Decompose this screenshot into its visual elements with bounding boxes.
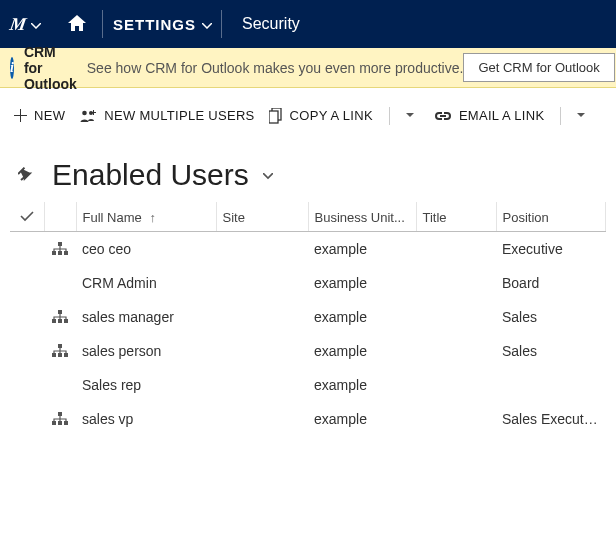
title-column-header[interactable]: Title [416,202,496,232]
chevron-down-icon [31,16,41,32]
row-checkbox-cell[interactable] [10,334,44,368]
get-crm-outlook-button[interactable]: Get CRM for Outlook [463,53,614,82]
row-hierarchy-cell[interactable] [44,334,76,368]
site-cell [216,334,308,368]
table-row[interactable]: sales vp example Sales Executives [10,402,606,436]
svg-rect-9 [58,310,62,314]
users-grid: Full Name ↑ Site Business Unit... Title … [0,202,616,436]
svg-rect-13 [58,344,62,348]
full-name-cell[interactable]: CRM Admin [76,266,216,300]
table-row[interactable]: sales person example Sales [10,334,606,368]
table-row[interactable]: ceo ceo example Executive [10,232,606,267]
svg-rect-20 [64,421,68,425]
position-cell: Board [496,266,606,300]
hierarchy-icon [50,310,70,324]
title-cell [416,232,496,267]
email-link-dropdown[interactable] [577,113,585,118]
business-unit-cell: example [308,334,416,368]
position-column-header[interactable]: Position [496,202,606,232]
full-name-cell[interactable]: Sales rep [76,368,216,402]
email-link-label: EMAIL A LINK [459,108,545,123]
home-icon [67,14,87,35]
full-name-cell[interactable]: ceo ceo [76,232,216,267]
table-row[interactable]: CRM Admin example Board [10,266,606,300]
full-name-column-header[interactable]: Full Name ↑ [76,202,216,232]
info-icon: i [10,57,14,79]
site-column-header[interactable]: Site [216,202,308,232]
site-header-label: Site [223,210,245,225]
full-name-cell[interactable]: sales manager [76,300,216,334]
table-row[interactable]: Sales rep example [10,368,606,402]
svg-point-0 [82,110,87,115]
site-cell [216,300,308,334]
svg-rect-15 [58,353,62,357]
nav-breadcrumb-label: Security [242,15,300,33]
site-cell [216,232,308,267]
svg-rect-18 [52,421,56,425]
copy-link-label: COPY A LINK [290,108,373,123]
table-row[interactable]: sales manager example Sales [10,300,606,334]
svg-rect-3 [269,111,278,123]
row-hierarchy-cell[interactable] [44,300,76,334]
row-hierarchy-cell[interactable] [44,368,76,402]
nav-logo-segment[interactable]: M [0,0,51,48]
svg-rect-19 [58,421,62,425]
svg-rect-5 [58,242,62,246]
full-name-cell[interactable]: sales vp [76,402,216,436]
top-navbar: M SETTINGS Security [0,0,616,48]
email-a-link-button[interactable]: EMAIL A LINK [434,108,545,123]
new-button[interactable]: NEW [14,108,65,123]
position-header-label: Position [503,210,549,225]
view-dropdown[interactable] [263,167,273,183]
outlook-info-bar: i CRM for Outlook See how CRM for Outloo… [0,48,616,88]
row-checkbox-cell[interactable] [10,368,44,402]
row-checkbox-cell[interactable] [10,266,44,300]
info-bar-title: CRM for Outlook [24,44,77,92]
svg-rect-17 [58,412,62,416]
info-bar-text: See how CRM for Outlook makes you even m… [87,60,464,76]
copy-a-link-button[interactable]: COPY A LINK [269,108,373,124]
new-multiple-label: NEW MULTIPLE USERS [104,108,254,123]
command-separator [560,107,561,125]
nav-breadcrumb-segment[interactable]: Security [222,0,310,48]
new-multiple-users-button[interactable]: NEW MULTIPLE USERS [79,108,254,123]
svg-rect-7 [58,251,62,255]
command-separator [389,107,390,125]
site-cell [216,402,308,436]
business-unit-cell: example [308,402,416,436]
title-cell [416,402,496,436]
row-checkbox-cell[interactable] [10,232,44,267]
pin-icon[interactable] [18,164,38,187]
business-unit-cell: example [308,266,416,300]
row-checkbox-cell[interactable] [10,402,44,436]
svg-rect-16 [64,353,68,357]
sort-ascending-icon: ↑ [149,210,156,225]
caret-down-icon [406,113,414,118]
copy-link-dropdown[interactable] [406,113,414,118]
column-header-row: Full Name ↑ Site Business Unit... Title … [10,202,606,232]
link-icon [434,111,452,121]
hierarchy-icon [50,242,70,256]
position-cell: Sales [496,334,606,368]
command-bar: NEW NEW MULTIPLE USERS COPY A LINK [0,88,616,144]
svg-rect-8 [64,251,68,255]
full-name-cell[interactable]: sales person [76,334,216,368]
position-cell: Sales Executives [496,402,606,436]
business-unit-column-header[interactable]: Business Unit... [308,202,416,232]
dynamics-logo-icon: M [8,14,27,35]
business-unit-cell: example [308,368,416,402]
hierarchy-icon [50,412,70,426]
row-checkbox-cell[interactable] [10,300,44,334]
svg-rect-11 [58,319,62,323]
select-all-header[interactable] [10,202,44,232]
caret-down-icon [577,113,585,118]
nav-home-segment[interactable] [51,0,103,48]
checkmark-icon [20,211,34,222]
row-hierarchy-cell[interactable] [44,266,76,300]
row-hierarchy-cell[interactable] [44,402,76,436]
business-unit-header-label: Business Unit... [315,210,405,225]
business-unit-cell: example [308,300,416,334]
hierarchy-icon [50,344,70,358]
nav-settings-segment[interactable]: SETTINGS [103,0,222,48]
row-hierarchy-cell[interactable] [44,232,76,267]
